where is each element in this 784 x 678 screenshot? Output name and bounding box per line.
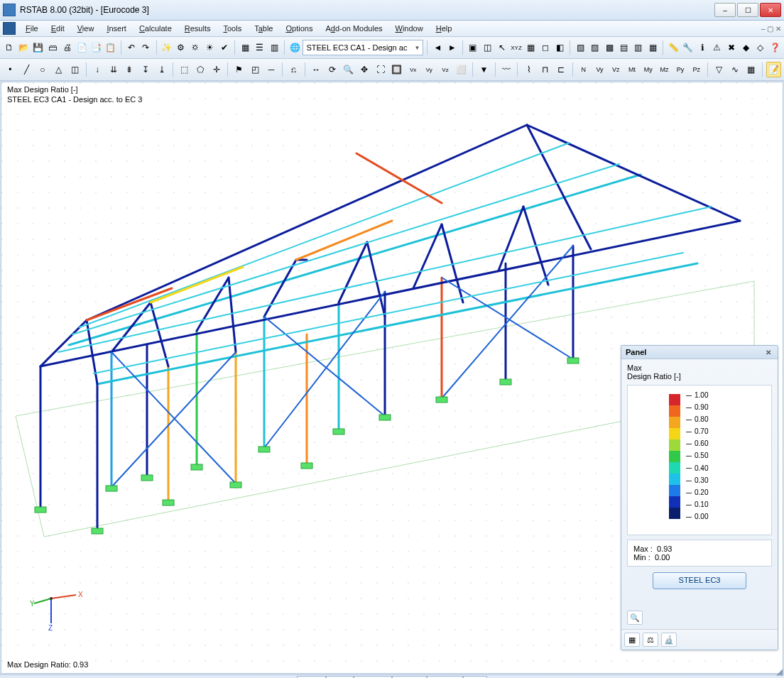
measure-icon[interactable]: 📏 [667,40,680,55]
vz-icon[interactable]: Vz [438,62,453,77]
warn-icon[interactable]: ⚠ [710,40,723,55]
select-icon[interactable]: ⬚ [177,62,192,77]
balance-icon[interactable]: ⚖ [643,633,658,647]
vy-icon[interactable]: Vy [422,62,437,77]
move-icon[interactable]: ↔ [309,62,324,77]
delete-icon[interactable]: ✖ [725,40,738,55]
print-preview-icon[interactable]: 📄 [75,40,88,55]
print-icon[interactable]: 🖨 [61,40,74,55]
new-icon[interactable]: 🗋 [3,40,16,55]
zoom-win-icon[interactable]: 🔲 [390,62,405,77]
microscope-icon[interactable]: 🔬 [661,633,677,647]
diagram-icon[interactable]: ⌇ [521,62,536,77]
wrench-icon[interactable]: 🔧 [682,40,695,55]
filter-icon[interactable]: ▼ [477,62,491,77]
menu-edit[interactable]: Edit [45,23,70,34]
close-button[interactable]: ✕ [760,3,781,17]
member-icon[interactable]: ╱ [19,62,34,77]
select-poly-icon[interactable]: ⬠ [193,62,208,77]
py-icon[interactable]: Py [673,62,688,77]
sun-icon[interactable]: ☀ [204,40,217,55]
deform-icon[interactable]: ∿ [728,62,743,77]
help-icon[interactable]: ❓ [768,40,781,55]
menu-results[interactable]: Results [179,23,217,34]
maximize-button[interactable]: ☐ [737,3,758,17]
view-persp-icon[interactable]: ◫ [481,40,494,55]
line-icon[interactable]: ─ [264,62,279,77]
frame2-icon[interactable]: ⊏ [554,62,569,77]
vz2-icon[interactable]: Vz [609,62,624,77]
cursor-icon[interactable]: ↖ [496,40,508,55]
menu-tools[interactable]: Tools [217,23,247,34]
tool-c-icon[interactable]: ▩ [603,40,616,55]
grid-icon[interactable]: ▦ [524,40,537,55]
frame-icon[interactable]: ⊓ [538,62,552,77]
list-icon[interactable]: ☰ [253,40,266,55]
rotate-icon[interactable]: ⟳ [325,62,340,77]
view3d-icon[interactable]: ⬜ [454,62,469,77]
gear-icon[interactable]: ⛭ [189,40,202,55]
menu-file[interactable]: File [20,23,44,34]
panel-header[interactable]: Panel ✕ [621,346,778,359]
mod-a-icon[interactable]: ◆ [739,40,752,55]
menu-addons[interactable]: Add-on Modules [320,23,388,34]
box-icon[interactable]: ◻ [539,40,552,55]
tool-b-icon[interactable]: ▨ [589,40,601,55]
undo-icon[interactable]: ↶ [125,40,138,55]
hinge-icon[interactable]: ○ [35,62,50,77]
open-icon[interactable]: 📂 [17,40,30,55]
tool-e-icon[interactable]: ▥ [632,40,645,55]
menu-calculate[interactable]: Calculate [134,23,178,34]
tool-a-icon[interactable]: ▧ [574,40,587,55]
curve-icon[interactable]: 〰 [499,62,514,77]
info-icon[interactable]: ℹ [696,40,709,55]
mt-icon[interactable]: Mt [625,62,640,77]
pan-icon[interactable]: ✥ [357,62,372,77]
next-icon[interactable]: ► [446,40,459,55]
calc-icon[interactable]: ⚙ [175,40,187,55]
table2-icon[interactable]: ▦ [744,62,759,77]
zoom-icon[interactable]: 🔍 [341,62,356,77]
tool-f-icon[interactable]: ▦ [646,40,659,55]
vx-icon[interactable]: Vx [405,62,420,77]
mod-b-icon[interactable]: ◇ [754,40,767,55]
menu-table[interactable]: Table [249,23,278,34]
support-react-icon[interactable]: ▽ [712,62,726,77]
pz-icon[interactable]: Pz [689,62,704,77]
support-icon[interactable]: △ [51,62,66,77]
resize-grip-icon[interactable]: ◢ [776,667,783,677]
redo-icon[interactable]: ↷ [139,40,152,55]
panel-icon[interactable]: ▥ [268,40,281,55]
menu-view[interactable]: View [72,23,100,34]
report-icon[interactable]: 📑 [89,40,102,55]
menu-insert[interactable]: Insert [101,23,132,34]
menu-options[interactable]: Options [280,23,318,34]
model-viewport[interactable]: Max Design Ratio [-] STEEL EC3 CA1 - Des… [1,82,783,674]
view-iso-icon[interactable]: ▣ [467,40,479,55]
load-e-icon[interactable]: ⤓ [154,62,169,77]
section-icon[interactable]: ◫ [67,62,82,77]
prev-icon[interactable]: ◄ [431,40,444,55]
select-cross-icon[interactable]: ✛ [209,62,224,77]
flag-icon[interactable]: ⚑ [232,62,246,77]
n-icon[interactable]: N [576,62,591,77]
wizard-icon[interactable]: ✨ [160,40,173,55]
load-d-icon[interactable]: ↧ [138,62,153,77]
panel-close-icon[interactable]: ✕ [763,349,773,356]
render-icon[interactable]: ◧ [553,40,566,55]
check-icon[interactable]: ✔ [218,40,231,55]
load-a-icon[interactable]: ↓ [90,62,105,77]
node-icon[interactable]: • [3,62,18,77]
table-icon[interactable]: ▦ [239,40,251,55]
mdi-window-controls[interactable]: – ▢ ✕ [761,25,781,33]
module-button[interactable]: STEEL EC3 [653,572,746,589]
world-icon[interactable]: 🌐 [288,40,301,55]
vy2-icon[interactable]: Vy [592,62,607,77]
loadcase-combo[interactable]: STEEL EC3 CA1 - Design ac ▼ [303,40,423,55]
palette-icon[interactable]: ▦ [624,633,640,647]
xyz-icon[interactable]: XYZ [510,40,523,55]
mz-icon[interactable]: Mz [657,62,672,77]
load-b-icon[interactable]: ⇊ [106,62,121,77]
load-c-icon[interactable]: ⇟ [122,62,137,77]
tool-d-icon[interactable]: ▤ [617,40,630,55]
